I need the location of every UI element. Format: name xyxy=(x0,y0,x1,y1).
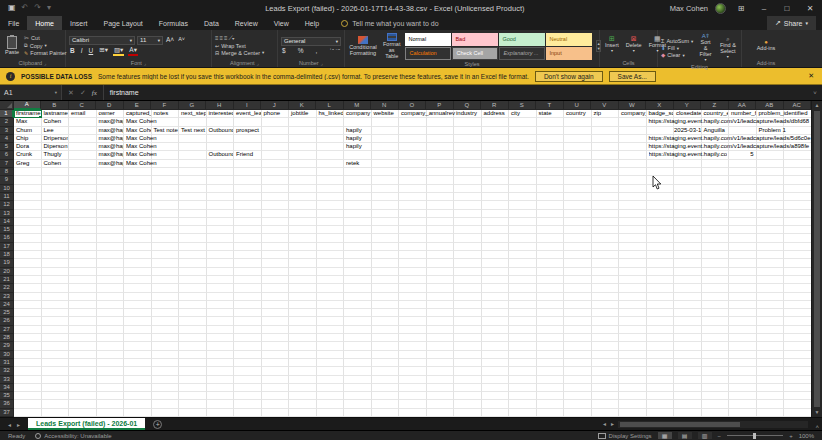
grid-cell-AB12[interactable] xyxy=(757,201,785,209)
grid-cell-F29[interactable] xyxy=(152,342,180,350)
grid-cell-B29[interactable] xyxy=(42,342,70,350)
column-header-F[interactable]: F xyxy=(151,101,179,110)
grid-cell-A13[interactable] xyxy=(14,210,42,218)
grid-cell-AA13[interactable] xyxy=(729,210,757,218)
grid-cell-U24[interactable] xyxy=(564,301,592,309)
grid-cell-F16[interactable] xyxy=(152,234,180,242)
grid-cell-X22[interactable] xyxy=(647,284,675,292)
grid-cell-K1[interactable]: jobtitle xyxy=(289,110,317,118)
grid-cell-B3[interactable]: Lee xyxy=(42,127,70,135)
column-header-AC[interactable]: AC xyxy=(784,101,812,110)
row-header-3[interactable]: 3 xyxy=(0,127,14,135)
grid-cell-B7[interactable]: Cohen xyxy=(42,160,70,168)
column-header-AA[interactable]: AA xyxy=(729,101,757,110)
cut-button[interactable]: ✂Cut xyxy=(24,34,67,41)
grid-cell-S17[interactable] xyxy=(509,243,537,251)
grid-cell-H13[interactable] xyxy=(207,210,235,218)
grid-cell-H4[interactable] xyxy=(207,135,235,143)
grid-cell-S28[interactable] xyxy=(509,334,537,342)
grid-cell-V36[interactable] xyxy=(592,400,620,408)
grid-cell-AC8[interactable] xyxy=(784,168,811,176)
grid-cell-O8[interactable] xyxy=(399,168,427,176)
grid-cell-Q15[interactable] xyxy=(454,226,482,234)
grid-cell-L16[interactable] xyxy=(317,234,345,242)
grid-cell-U30[interactable] xyxy=(564,351,592,359)
grid-cell-E17[interactable] xyxy=(124,243,152,251)
grid-cell-M34[interactable] xyxy=(344,384,372,392)
grid-cell-Q35[interactable] xyxy=(454,392,482,400)
grid-cell-C27[interactable] xyxy=(69,326,97,334)
grid-cell-L6[interactable] xyxy=(317,151,345,159)
grid-cell-AB22[interactable] xyxy=(757,284,785,292)
grid-cell-AB16[interactable] xyxy=(757,234,785,242)
grid-cell-U28[interactable] xyxy=(564,334,592,342)
font-family-combo[interactable]: Calibri▾ xyxy=(69,36,135,45)
grid-cell-V21[interactable] xyxy=(592,276,620,284)
grid-cell-M30[interactable] xyxy=(344,351,372,359)
grid-cell-P36[interactable] xyxy=(427,400,455,408)
grid-cell-Z28[interactable] xyxy=(702,334,730,342)
grid-cell-F19[interactable] xyxy=(152,259,180,267)
grid-cell-A30[interactable] xyxy=(14,351,42,359)
grid-cell-H34[interactable] xyxy=(207,384,235,392)
grid-cell-T15[interactable] xyxy=(537,226,565,234)
grid-cell-E10[interactable] xyxy=(124,185,152,193)
ribbon-tab-insert[interactable]: Insert xyxy=(62,16,96,30)
row-header-26[interactable]: 26 xyxy=(0,317,14,325)
grid-cell-Y1[interactable]: closedate xyxy=(674,110,702,118)
grid-cell-Q17[interactable] xyxy=(454,243,482,251)
grid-cell-R28[interactable] xyxy=(482,334,510,342)
grid-cell-B14[interactable] xyxy=(42,218,70,226)
grid-cell-K15[interactable] xyxy=(289,226,317,234)
grid-cell-F36[interactable] xyxy=(152,400,180,408)
grid-cell-E4[interactable]: Max Cohen xyxy=(124,135,152,143)
grid-cell-C21[interactable] xyxy=(69,276,97,284)
grid-cell-I25[interactable] xyxy=(234,309,262,317)
grid-cell-U10[interactable] xyxy=(564,185,592,193)
grid-cell-D22[interactable] xyxy=(97,284,125,292)
grid-cell-D9[interactable] xyxy=(97,176,125,184)
grid-cell-AB25[interactable] xyxy=(757,309,785,317)
grid-cell-M6[interactable] xyxy=(344,151,372,159)
grid-cell-M10[interactable] xyxy=(344,185,372,193)
grid-cell-T31[interactable] xyxy=(537,359,565,367)
grid-cell-R33[interactable] xyxy=(482,376,510,384)
row-header-36[interactable]: 36 xyxy=(0,400,14,408)
grid-cell-I21[interactable] xyxy=(234,276,262,284)
horizontal-scroll-thumb[interactable] xyxy=(620,422,740,427)
grid-cell-R37[interactable] xyxy=(482,409,510,417)
grid-cell-F33[interactable] xyxy=(152,376,180,384)
grid-cell-Z3[interactable]: Anguilla xyxy=(702,127,730,135)
grid-cell-L24[interactable] xyxy=(317,301,345,309)
grid-cell-T24[interactable] xyxy=(537,301,565,309)
grid-cell-L18[interactable] xyxy=(317,251,345,259)
grid-cell-P15[interactable] xyxy=(427,226,455,234)
grid-cell-M31[interactable] xyxy=(344,359,372,367)
grid-cell-W3[interactable] xyxy=(619,127,647,135)
grid-cell-K3[interactable] xyxy=(289,127,317,135)
grid-cell-Z31[interactable] xyxy=(702,359,730,367)
grid-cell-J5[interactable] xyxy=(262,143,290,151)
grid-cell-B37[interactable] xyxy=(42,409,70,417)
zoom-level[interactable]: 100% xyxy=(799,433,814,439)
grid-cell-U21[interactable] xyxy=(564,276,592,284)
grid-cell-V13[interactable] xyxy=(592,210,620,218)
grid-cell-H7[interactable] xyxy=(207,160,235,168)
grid-cell-AC36[interactable] xyxy=(784,400,811,408)
grid-cell-N27[interactable] xyxy=(372,326,400,334)
grid-cell-G35[interactable] xyxy=(179,392,207,400)
grid-cell-L17[interactable] xyxy=(317,243,345,251)
grid-cell-Z27[interactable] xyxy=(702,326,730,334)
grid-cell-P5[interactable] xyxy=(427,143,455,151)
next-sheet-icon[interactable]: ▸ xyxy=(17,421,20,428)
grid-cell-X25[interactable] xyxy=(647,309,675,317)
grid-cell-M32[interactable] xyxy=(344,367,372,375)
grid-cell-Z34[interactable] xyxy=(702,384,730,392)
grid-cell-E14[interactable] xyxy=(124,218,152,226)
customize-qat-icon[interactable]: ▾ xyxy=(47,3,51,13)
grid-cell-C14[interactable] xyxy=(69,218,97,226)
grid-cell-Q16[interactable] xyxy=(454,234,482,242)
grid-cell-C10[interactable] xyxy=(69,185,97,193)
grid-cell-X4[interactable]: https://staging.event.hapily.com/v1/lead… xyxy=(647,135,675,143)
grid-cell-AA27[interactable] xyxy=(729,326,757,334)
